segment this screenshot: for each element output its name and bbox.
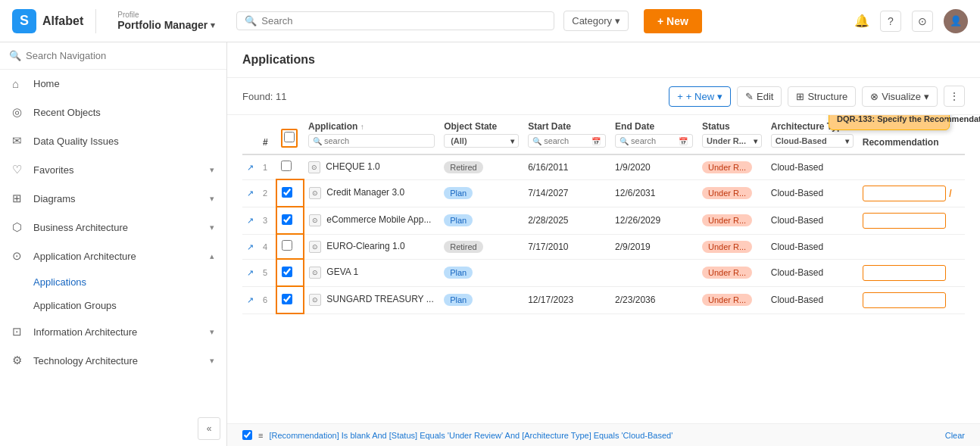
row-checkbox[interactable]	[282, 240, 292, 251]
clear-filter-button[interactable]: Clear	[945, 431, 965, 440]
select-all-checkbox[interactable]	[284, 132, 295, 142]
row-recommendation-cell[interactable]	[858, 234, 965, 259]
row-checkbox[interactable]	[282, 294, 292, 304]
row-navigate-arrow[interactable]: ↗	[247, 268, 254, 277]
filter-icon: ≡	[258, 431, 263, 440]
object-state-search[interactable]: (All) ▾	[444, 134, 519, 148]
row-navigate-arrow[interactable]: ↗	[247, 216, 254, 225]
sidebar-item-diagrams[interactable]: ⊞ Diagrams ▾	[0, 184, 226, 213]
row-status-badge: Under R...	[702, 294, 752, 306]
sidebar-search[interactable]: 🔍	[0, 42, 226, 70]
category-select[interactable]: Category ▾	[563, 11, 629, 31]
edit-button[interactable]: ✎ Edit	[737, 86, 782, 107]
row-app-cell: ⊙ SUNGARD TREASURY ...	[304, 286, 439, 313]
sidebar-item-recent-objects[interactable]: ◎ Recent Objects	[0, 98, 226, 126]
row-start-date: 7/17/2010	[523, 234, 610, 259]
row-recommendation-cell[interactable]	[858, 154, 965, 179]
recommendation-input[interactable]	[863, 186, 946, 201]
sidebar-subitem-applications[interactable]: Applications	[0, 270, 226, 294]
app-item-icon: ⊙	[309, 241, 321, 253]
search-area[interactable]: 🔍	[236, 11, 554, 30]
sidebar-item-business-arch[interactable]: ⬡ Business Architecture ▾	[0, 213, 226, 242]
table-new-button[interactable]: + + New ▾	[669, 86, 731, 107]
sidebar-subitem-app-groups[interactable]: Application Groups	[0, 294, 226, 317]
camera-icon[interactable]: ⊙	[912, 11, 933, 32]
row-app-name: EURO-Clearing 1.0	[326, 241, 404, 251]
arch-type-dropdown[interactable]: ▾	[845, 137, 849, 145]
row-end-date: 2/23/2036	[610, 286, 698, 313]
end-date-input[interactable]	[631, 136, 676, 145]
row-end-date	[610, 259, 698, 286]
search-input[interactable]	[261, 15, 546, 27]
row-recommendation-cell[interactable]: I	[858, 179, 965, 207]
table-row: ↗ 2 ⊙ Credit Manager 3.0 Plan 7/14/2027 …	[242, 179, 965, 207]
sidebar-item-info-arch[interactable]: ⊡ Information Architecture ▾	[0, 317, 226, 346]
row-recommendation-cell[interactable]	[858, 286, 965, 313]
row-checkbox[interactable]	[282, 267, 292, 277]
row-end-date: 2/9/2019	[610, 234, 698, 259]
sidebar-item-tech-arch[interactable]: ⚙ Technology Architecture ▾	[0, 346, 226, 375]
profile-label: Profile	[117, 11, 215, 19]
row-checkbox-cell[interactable]	[276, 154, 304, 179]
avatar[interactable]: 👤	[944, 9, 968, 33]
row-navigate-arrow[interactable]: ↗	[247, 189, 254, 198]
row-checkbox-cell[interactable]	[276, 234, 304, 259]
recommendation-input[interactable]	[863, 265, 946, 281]
app-arch-icon: ⊙	[12, 249, 26, 263]
row-status-badge: Under R...	[702, 214, 752, 226]
structure-button[interactable]: ⊞ Structure	[788, 86, 856, 107]
sidebar-item-label: Business Architecture	[33, 222, 128, 233]
row-status-badge: Under R...	[702, 267, 752, 279]
object-state-dropdown[interactable]: ▾	[510, 137, 514, 145]
table-container: # Application ↑ 🔍	[227, 115, 980, 423]
row-arch-type: Cloud-Based	[766, 154, 858, 179]
sidebar-item-app-arch[interactable]: ⊙ Application Architecture ▴	[0, 242, 226, 270]
filter-checkbox[interactable]	[242, 430, 252, 440]
row-checkbox-cell[interactable]	[276, 207, 304, 234]
recommendation-input[interactable]	[863, 292, 946, 308]
topbar-new-button[interactable]: + New	[644, 9, 702, 33]
notification-icon[interactable]: 🔔	[854, 14, 869, 28]
end-date-search[interactable]: 🔍 📅	[615, 134, 693, 148]
more-options-button[interactable]: ⋮	[944, 86, 965, 107]
profile-area[interactable]: Profile Portfolio Manager ▾	[117, 11, 215, 31]
application-search[interactable]: 🔍	[308, 134, 435, 148]
row-checkbox[interactable]	[281, 161, 292, 171]
row-status-cell: Under R...	[698, 234, 766, 259]
row-app-name: GEVA 1	[326, 267, 358, 277]
sidebar-item-data-quality[interactable]: ✉ Data Quality Issues	[0, 126, 226, 155]
filter-text: [Recommendation] Is blank And [Status] E…	[269, 431, 673, 440]
start-date-input[interactable]	[544, 136, 589, 145]
application-search-input[interactable]	[324, 136, 385, 145]
table-row: ↗ 3 ⊙ eCommerce Mobile App... Plan 2/28/…	[242, 207, 965, 234]
sidebar-item-favorites[interactable]: ♡ Favorites ▾	[0, 155, 226, 184]
row-status-badge: Under R...	[702, 161, 752, 173]
application-sort-icon[interactable]: ↑	[360, 123, 364, 131]
row-navigate-arrow[interactable]: ↗	[247, 242, 254, 251]
help-icon[interactable]: ?	[880, 11, 901, 32]
recommendation-input[interactable]	[863, 213, 946, 229]
row-recommendation-cell[interactable]	[858, 259, 965, 286]
start-date-search[interactable]: 🔍 📅	[528, 134, 606, 148]
row-state-badge: Plan	[444, 214, 473, 226]
profile-dropdown-arrow[interactable]: ▾	[211, 20, 215, 30]
row-state-cell: Plan	[439, 207, 523, 234]
row-checkbox[interactable]	[282, 214, 292, 225]
row-checkbox-cell[interactable]	[276, 179, 304, 207]
row-checkbox-cell[interactable]	[276, 259, 304, 286]
row-checkbox[interactable]	[282, 187, 292, 198]
sidebar-search-input[interactable]	[26, 50, 217, 61]
row-navigate-arrow[interactable]: ↗	[247, 295, 254, 304]
row-navigate-arrow[interactable]: ↗	[247, 163, 254, 172]
row-number: 6	[263, 295, 267, 304]
visualize-button[interactable]: ⊗ Visualize ▾	[862, 86, 938, 107]
status-search[interactable]: Under R... ▾	[702, 134, 762, 148]
sidebar-item-home[interactable]: ⌂ Home	[0, 70, 226, 98]
row-recommendation-cell[interactable]	[858, 207, 965, 234]
status-dropdown[interactable]: ▾	[754, 137, 757, 145]
sidebar-collapse-button[interactable]: «	[198, 417, 220, 440]
page-title: Applications	[242, 53, 965, 67]
row-num-cell: 5	[258, 259, 276, 286]
row-checkbox-cell[interactable]	[276, 286, 304, 313]
arch-type-search[interactable]: Cloud-Based ▾	[771, 134, 854, 148]
